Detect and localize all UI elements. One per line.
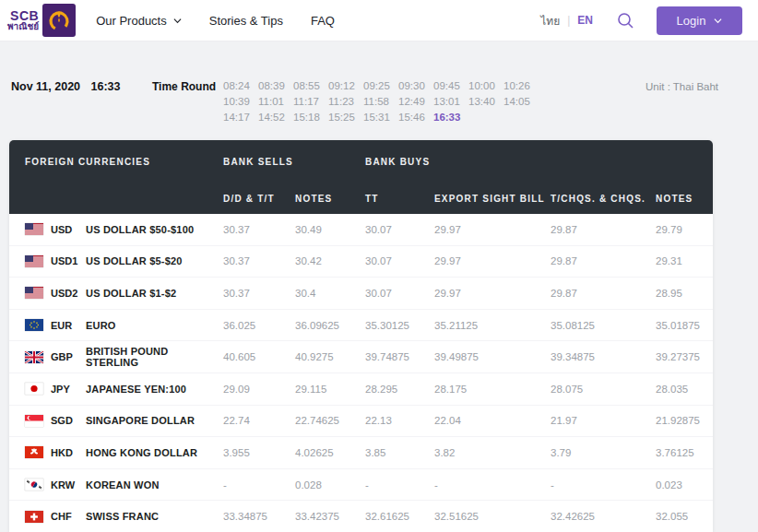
rate-value: 29.97	[434, 288, 551, 299]
rate-value: 30.07	[365, 224, 434, 235]
flag-us-icon	[25, 255, 43, 267]
time-round-value[interactable]: 09:12	[328, 80, 363, 91]
rate-value: 33.42375	[295, 511, 365, 522]
currency-name: JAPANESE YEN:100	[86, 384, 223, 395]
flag-kr-icon	[25, 479, 43, 491]
currency-code: USD2	[51, 288, 86, 299]
nav-faq[interactable]: FAQ	[311, 14, 335, 28]
time-round-value[interactable]: 14:52	[258, 112, 293, 123]
rate-value: 29.87	[551, 255, 656, 266]
rates-table-body: USDUS DOLLAR $50-$10030.3730.4930.0729.9…	[9, 214, 713, 532]
nav-our-products[interactable]: Our Products	[96, 14, 182, 28]
rate-value: 3.955	[223, 447, 295, 458]
time-round-label: Time Round	[152, 80, 216, 93]
rate-value: 28.295	[365, 384, 434, 395]
currency-name: KOREAN WON	[86, 479, 223, 491]
chevron-down-icon	[173, 17, 182, 25]
time-round-value[interactable]: 08:39	[258, 80, 293, 91]
rate-value: 35.21125	[434, 320, 551, 331]
lang-thai[interactable]: ไทย	[540, 12, 560, 30]
header-foreign-currencies: FOREIGN CURRENCIES	[25, 157, 150, 167]
currency-code: HKD	[51, 447, 86, 458]
currency-name: US DOLLAR $5-$20	[86, 255, 223, 266]
currency-name: US DOLLAR $1-$2	[86, 288, 223, 299]
subheader-dd-tt: D/D & T/T	[223, 194, 275, 204]
time-round-value[interactable]: 10:26	[503, 80, 539, 91]
rate-value: 22.04	[434, 415, 551, 426]
rate-value: 22.74625	[295, 415, 365, 426]
time-round-value[interactable]: 09:25	[363, 80, 398, 91]
nav-stories-tips[interactable]: Stories & Tips	[209, 14, 283, 28]
chevron-down-icon	[714, 17, 722, 25]
rate-value: 30.42	[295, 255, 365, 266]
time-round-value[interactable]: 14:17	[223, 112, 258, 123]
rate-value: 22.74	[223, 415, 295, 426]
rate-value: 32.055	[656, 511, 713, 522]
time-round-value[interactable]: 16:33	[433, 112, 468, 123]
rate-value: 28.035	[656, 384, 713, 395]
currency-name: SWISS FRANC	[86, 511, 223, 522]
time-round-value[interactable]: 11:17	[293, 96, 328, 107]
time-round-value[interactable]: 11:01	[258, 96, 293, 107]
time-round-value[interactable]: 10:00	[468, 80, 503, 91]
time-round-value[interactable]: 11:23	[328, 96, 363, 107]
rate-value: 3.85	[365, 447, 434, 458]
lang-en[interactable]: EN	[577, 14, 593, 27]
time-round-value[interactable]: 10:39	[223, 96, 258, 107]
time-round-value[interactable]: 15:25	[328, 112, 363, 123]
rate-value: 32.42625	[551, 511, 656, 522]
rate-value: 30.07	[365, 288, 434, 299]
rate-value: -	[365, 479, 434, 491]
table-row: HKDHONG KONG DOLLAR3.9554.026253.853.823…	[9, 437, 713, 469]
subheader-tchqs-chqs: T/CHQS. & CHQS.	[551, 194, 645, 204]
rate-value: 39.27375	[656, 351, 713, 362]
rate-value: 0.028	[295, 479, 365, 491]
time-round-value[interactable]: 15:46	[398, 112, 433, 123]
rate-value: 40.9275	[295, 351, 365, 362]
time-round-value[interactable]: 08:24	[223, 80, 258, 91]
rate-value: 30.37	[223, 224, 295, 235]
rate-value: 39.74875	[365, 351, 434, 362]
rate-value: 36.025	[223, 320, 295, 331]
rate-value: 4.02625	[295, 447, 365, 458]
rate-value: -	[434, 479, 551, 491]
subheader-tt: TT	[365, 194, 379, 204]
currency-name: US DOLLAR $50-$100	[86, 224, 223, 235]
rate-value: 3.82	[434, 447, 551, 458]
time-round-value[interactable]: 14:05	[503, 96, 539, 107]
currency-code: SGD	[51, 415, 86, 426]
time-round-value[interactable]: 08:55	[293, 80, 328, 91]
flag-hk-icon	[25, 446, 43, 458]
currency-code: CHF	[51, 511, 86, 522]
rate-value: 29.97	[434, 255, 551, 266]
time-round-value[interactable]: 12:49	[398, 96, 433, 107]
time-round-value[interactable]: 13:40	[468, 96, 503, 107]
time-round-value[interactable]: 11:58	[363, 96, 398, 107]
time-round-value[interactable]: 15:31	[363, 112, 398, 123]
currency-name: EURO	[86, 320, 223, 331]
time-round-value[interactable]: 15:18	[293, 112, 328, 123]
login-button[interactable]: Login	[657, 6, 742, 35]
currency-code: EUR	[51, 320, 86, 331]
table-header: FOREIGN CURRENCIES BANK SELLS BANK BUYS …	[9, 140, 713, 214]
logo-text-scb: SCB	[7, 9, 39, 22]
table-row: GBPBRITISH POUND STERLING40.60540.927539…	[9, 341, 713, 373]
rate-value: 0.023	[656, 479, 713, 491]
rate-value: 29.87	[551, 288, 656, 299]
scb-logo[interactable]: SCB พาณิชย์	[7, 4, 76, 37]
time-round-value[interactable]: 09:30	[398, 80, 433, 91]
rate-value: 22.13	[365, 415, 434, 426]
rate-value: -	[551, 479, 656, 491]
table-row: SGDSINGAPORE DOLLAR22.7422.7462522.1322.…	[9, 406, 713, 438]
time-round-value[interactable]: 13:01	[433, 96, 468, 107]
rate-value: 36.09625	[295, 320, 365, 331]
table-row: EUREURO36.02536.0962535.3012535.2112535.…	[9, 310, 713, 342]
currency-code: KRW	[51, 479, 86, 491]
search-icon[interactable]	[617, 12, 634, 30]
currency-name: HONG KONG DOLLAR	[86, 447, 223, 458]
flag-ch-icon	[25, 511, 43, 523]
time-round-value[interactable]: 09:45	[433, 80, 468, 91]
currency-name: BRITISH POUND STERLING	[86, 346, 223, 368]
table-row: USDUS DOLLAR $50-$10030.3730.4930.0729.9…	[9, 214, 713, 246]
scb-emblem-icon	[42, 4, 76, 37]
